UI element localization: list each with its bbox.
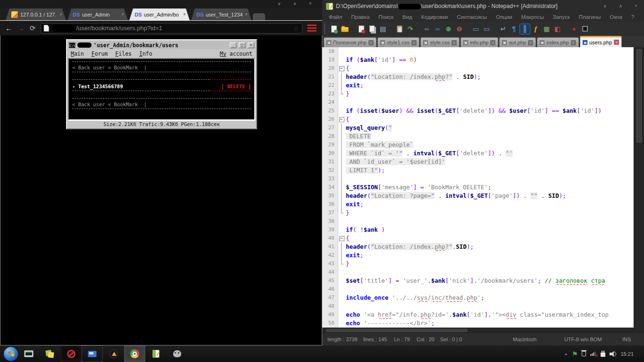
fold-collapse-icon[interactable]: [338, 234, 344, 243]
document-close-icon[interactable]: ×: [490, 40, 495, 45]
stop-macro-icon[interactable]: [580, 24, 590, 34]
tab-close-icon[interactable]: ×: [59, 12, 62, 17]
site-menu-my-account[interactable]: My account: [220, 51, 252, 57]
new-tab-button[interactable]: [253, 13, 265, 20]
record-macro-icon[interactable]: ●: [569, 24, 579, 34]
network-disconnected-icon[interactable]: ×: [590, 351, 596, 357]
address-bar[interactable]: /user/bookmark/users.php?id=1 ☆: [41, 23, 302, 34]
notepad-plus-plus-taskbar-button[interactable]: [145, 345, 167, 362]
close-icon[interactable]: ×: [309, 1, 312, 6]
menu-item[interactable]: Плагины: [579, 14, 601, 20]
tab-close-icon[interactable]: ×: [121, 12, 124, 17]
redo-icon[interactable]: ↷: [405, 24, 415, 34]
find-icon[interactable]: ∞: [422, 24, 432, 34]
close-icon[interactable]: ×: [635, 4, 637, 8]
menu-item[interactable]: Вид: [402, 14, 412, 20]
zoom-in-icon[interactable]: ⊕: [443, 24, 453, 34]
site-maximize-button[interactable]: □: [239, 42, 245, 48]
document-tab[interactable]: index.php×: [537, 37, 579, 47]
url-text[interactable]: /user/bookmark/users.php?id=1: [76, 25, 293, 32]
indent-guide-icon[interactable]: ║: [520, 24, 530, 34]
menu-item[interactable]: Опции: [496, 14, 512, 20]
open-file-icon[interactable]: [340, 24, 350, 34]
show-symbols-icon[interactable]: ¶: [509, 24, 519, 34]
daemon-tools-taskbar-button[interactable]: [103, 345, 124, 362]
menu-item[interactable]: Макросы: [521, 14, 544, 20]
site-close-button[interactable]: ×: [248, 42, 254, 48]
minimize-icon[interactable]: ∨: [277, 1, 281, 6]
action-center-flag-icon[interactable]: ⚑: [572, 351, 578, 357]
sticky-notes-taskbar-button[interactable]: [39, 345, 60, 362]
scrollbar-thumb[interactable]: [636, 49, 642, 143]
browser-tab[interactable]: DSuser_Admin/bo×: [129, 8, 190, 20]
doc-switcher-icon[interactable]: ◧: [552, 24, 562, 34]
zoom-out-icon[interactable]: ⊖: [454, 24, 464, 34]
menu-item[interactable]: Кодировки: [421, 14, 448, 20]
volume-icon[interactable]: [610, 351, 616, 357]
maximize-icon[interactable]: ∧: [293, 1, 296, 6]
document-close-icon[interactable]: ×: [368, 40, 374, 45]
document-tab[interactable]: style1.css×: [377, 37, 419, 47]
menu-item[interactable]: Запуск: [553, 14, 570, 20]
save-all-icon[interactable]: [367, 24, 377, 34]
browser-menu-icon[interactable]: [307, 25, 317, 32]
replace-icon[interactable]: ∞: [433, 24, 443, 34]
browser-tab[interactable]: 127.0.0.1 / 127.×: [6, 8, 66, 20]
document-tab[interactable]: aut.php×: [499, 37, 536, 47]
browser-tab[interactable]: DSuser_Test_1234×: [191, 8, 251, 20]
horizontal-scrollbar[interactable]: [322, 328, 644, 333]
document-tab[interactable]: info.php×: [460, 37, 498, 47]
back-icon[interactable]: ←: [5, 25, 12, 32]
vertical-scrollbar[interactable]: [634, 47, 644, 328]
site-menu-info[interactable]: Info: [139, 51, 152, 57]
word-wrap-icon[interactable]: ↵: [498, 24, 508, 34]
site-menu-files[interactable]: Files: [115, 51, 132, 57]
notepad-titlebar[interactable]: D:\OpenServer\domains\\user\bookmark\use…: [322, 0, 644, 12]
function-list-icon[interactable]: ƒ: [531, 24, 541, 34]
scrollbar-thumb[interactable]: [326, 329, 468, 332]
openserver-taskbar-button[interactable]: [60, 345, 82, 362]
site-menu-main[interactable]: Main: [71, 51, 84, 57]
status-encoding[interactable]: UTF-8 w/o BOM: [564, 337, 602, 342]
tab-close-icon[interactable]: ×: [183, 12, 186, 17]
doc-map-icon[interactable]: ▦: [542, 24, 552, 34]
document-close-icon[interactable]: ×: [571, 40, 576, 45]
display-settings-taskbar-button[interactable]: [82, 345, 103, 362]
menu-item[interactable]: Файл: [329, 14, 342, 20]
bookmark-star-icon[interactable]: ☆: [293, 25, 299, 32]
sync-scroll-h-icon[interactable]: ▭: [482, 24, 492, 34]
chrome-taskbar-button[interactable]: [124, 345, 145, 362]
breadcrumb[interactable]: < Back user < BookMark |: [72, 65, 251, 71]
status-eol-format[interactable]: Macintosh: [513, 337, 536, 342]
paste-icon[interactable]: [394, 24, 404, 34]
document-close-icon[interactable]: ×: [411, 40, 417, 45]
save-icon[interactable]: [356, 24, 366, 34]
forward-icon[interactable]: →: [17, 25, 25, 32]
sync-scroll-v-icon[interactable]: ▭: [471, 24, 481, 34]
fold-collapse-icon[interactable]: [338, 115, 344, 124]
breadcrumb[interactable]: < Back user < BookMark |: [72, 101, 251, 108]
menu-item[interactable]: Поиск: [378, 14, 393, 20]
code-editor[interactable]: 1819if ($ank['id'] == 0)20{21header("Loc…: [322, 47, 644, 328]
menu-item[interactable]: ?: [631, 14, 634, 20]
document-tab[interactable]: Полезное.php×: [324, 37, 376, 47]
status-insert-mode[interactable]: INS: [622, 337, 631, 342]
maximize-icon[interactable]: ∧: [619, 4, 622, 8]
new-file-icon[interactable]: [329, 24, 339, 34]
minimize-icon[interactable]: ∨: [603, 4, 607, 8]
browser-titlebar[interactable]: ∨ ∧ ×: [0, 0, 322, 8]
document-close-icon[interactable]: ×: [528, 40, 533, 45]
taskbar-clock[interactable]: 15:21: [620, 351, 634, 357]
delete-link[interactable]: [ DELETE ]: [221, 84, 251, 89]
document-close-icon[interactable]: ×: [452, 40, 457, 45]
menu-item[interactable]: Синтаксисы: [457, 14, 487, 20]
menu-item[interactable]: Окна: [610, 14, 622, 20]
show-hidden-icons-arrow[interactable]: ▲: [564, 352, 568, 355]
site-minimize-button[interactable]: _: [230, 42, 236, 48]
tab-close-icon[interactable]: ×: [245, 12, 248, 17]
fold-collapse-icon[interactable]: [338, 64, 344, 73]
site-window-titlebar[interactable]: C:\. 'user_Admin/bookmark/users _ □ ×: [68, 41, 255, 49]
trash-tray-icon[interactable]: [582, 351, 586, 356]
refresh-icon[interactable]: ⟳: [30, 25, 36, 32]
start-button[interactable]: [4, 347, 18, 361]
